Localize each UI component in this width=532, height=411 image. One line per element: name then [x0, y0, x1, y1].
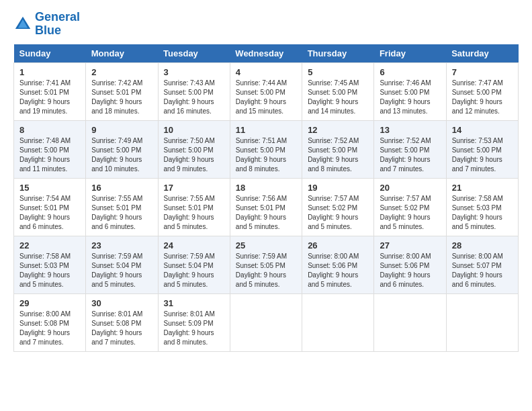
day-number: 12: [308, 125, 368, 135]
calendar-cell: 28Sunrise: 8:00 AMSunset: 5:07 PMDayligh…: [446, 236, 518, 293]
calendar-cell: 6Sunrise: 7:46 AMSunset: 5:00 PMDaylight…: [374, 62, 446, 120]
calendar-cell: [302, 293, 374, 351]
cell-info: Sunrise: 7:53 AMSunset: 5:00 PMDaylight:…: [452, 136, 513, 174]
calendar-cell: 18Sunrise: 7:56 AMSunset: 5:01 PMDayligh…: [230, 178, 302, 236]
calendar-cell: 15Sunrise: 7:54 AMSunset: 5:01 PMDayligh…: [14, 178, 86, 236]
day-number: 5: [308, 67, 368, 77]
logo-text: General Blue: [35, 11, 80, 38]
cell-info: Sunrise: 7:50 AMSunset: 5:00 PMDaylight:…: [164, 136, 224, 174]
day-number: 29: [19, 298, 80, 308]
day-number: 8: [19, 125, 80, 135]
calendar-week-row: 8Sunrise: 7:48 AMSunset: 5:00 PMDaylight…: [14, 120, 519, 178]
calendar-cell: [374, 293, 446, 351]
day-number: 14: [452, 125, 513, 135]
cell-info: Sunrise: 7:54 AMSunset: 5:01 PMDaylight:…: [19, 194, 80, 232]
calendar-cell: 5Sunrise: 7:45 AMSunset: 5:00 PMDaylight…: [302, 62, 374, 120]
calendar-cell: 23Sunrise: 7:59 AMSunset: 5:04 PMDayligh…: [86, 236, 158, 293]
calendar-week-row: 22Sunrise: 7:58 AMSunset: 5:03 PMDayligh…: [14, 236, 519, 293]
cell-info: Sunrise: 7:55 AMSunset: 5:01 PMDaylight:…: [164, 194, 224, 232]
cell-info: Sunrise: 8:00 AMSunset: 5:06 PMDaylight:…: [308, 252, 368, 289]
calendar-cell: 21Sunrise: 7:58 AMSunset: 5:03 PMDayligh…: [446, 178, 518, 236]
cell-info: Sunrise: 8:00 AMSunset: 5:07 PMDaylight:…: [452, 252, 513, 289]
calendar-cell: 24Sunrise: 7:59 AMSunset: 5:04 PMDayligh…: [158, 236, 230, 293]
cell-info: Sunrise: 7:45 AMSunset: 5:00 PMDaylight:…: [308, 79, 368, 116]
calendar-cell: 20Sunrise: 7:57 AMSunset: 5:02 PMDayligh…: [374, 178, 446, 236]
calendar-cell: [230, 293, 302, 351]
day-number: 2: [91, 67, 152, 77]
day-number: 1: [19, 67, 80, 77]
cell-info: Sunrise: 8:01 AMSunset: 5:08 PMDaylight:…: [91, 310, 152, 347]
day-of-week-header: Sunday: [14, 44, 86, 63]
calendar-cell: 9Sunrise: 7:49 AMSunset: 5:00 PMDaylight…: [86, 120, 158, 178]
cell-info: Sunrise: 8:00 AMSunset: 5:08 PMDaylight:…: [19, 310, 80, 347]
cell-info: Sunrise: 7:58 AMSunset: 5:03 PMDaylight:…: [452, 194, 513, 232]
cell-info: Sunrise: 7:57 AMSunset: 5:02 PMDaylight:…: [308, 194, 368, 232]
calendar-cell: 26Sunrise: 8:00 AMSunset: 5:06 PMDayligh…: [302, 236, 374, 293]
cell-info: Sunrise: 7:56 AMSunset: 5:01 PMDaylight:…: [236, 194, 296, 232]
day-number: 30: [91, 298, 152, 308]
calendar-cell: 19Sunrise: 7:57 AMSunset: 5:02 PMDayligh…: [302, 178, 374, 236]
day-number: 20: [380, 183, 440, 193]
day-number: 21: [452, 183, 513, 193]
day-number: 9: [91, 125, 152, 135]
page-header: General Blue: [13, 11, 519, 38]
calendar-week-row: 15Sunrise: 7:54 AMSunset: 5:01 PMDayligh…: [14, 178, 519, 236]
logo: General Blue: [13, 11, 80, 38]
cell-info: Sunrise: 8:01 AMSunset: 5:09 PMDaylight:…: [164, 310, 224, 347]
day-of-week-header: Friday: [374, 44, 446, 63]
calendar-week-row: 29Sunrise: 8:00 AMSunset: 5:08 PMDayligh…: [14, 293, 519, 351]
cell-info: Sunrise: 7:44 AMSunset: 5:00 PMDaylight:…: [236, 79, 296, 116]
day-number: 15: [19, 183, 80, 193]
cell-info: Sunrise: 7:42 AMSunset: 5:01 PMDaylight:…: [91, 79, 152, 116]
calendar-cell: 16Sunrise: 7:55 AMSunset: 5:01 PMDayligh…: [86, 178, 158, 236]
cell-info: Sunrise: 7:55 AMSunset: 5:01 PMDaylight:…: [91, 194, 152, 232]
calendar-cell: 29Sunrise: 8:00 AMSunset: 5:08 PMDayligh…: [14, 293, 86, 351]
day-number: 7: [452, 67, 513, 77]
day-of-week-header: Tuesday: [158, 44, 230, 63]
day-number: 26: [308, 240, 368, 250]
calendar-cell: 11Sunrise: 7:51 AMSunset: 5:00 PMDayligh…: [230, 120, 302, 178]
day-of-week-header: Monday: [86, 44, 158, 63]
cell-info: Sunrise: 7:41 AMSunset: 5:01 PMDaylight:…: [19, 79, 80, 116]
calendar-cell: 10Sunrise: 7:50 AMSunset: 5:00 PMDayligh…: [158, 120, 230, 178]
day-of-week-header: Thursday: [302, 44, 374, 63]
day-number: 22: [19, 240, 80, 250]
day-number: 17: [164, 183, 224, 193]
calendar-cell: 8Sunrise: 7:48 AMSunset: 5:00 PMDaylight…: [14, 120, 86, 178]
day-number: 11: [236, 125, 296, 135]
cell-info: Sunrise: 7:48 AMSunset: 5:00 PMDaylight:…: [19, 136, 80, 174]
day-number: 6: [380, 67, 440, 77]
calendar-cell: 13Sunrise: 7:52 AMSunset: 5:00 PMDayligh…: [374, 120, 446, 178]
day-number: 19: [308, 183, 368, 193]
day-number: 31: [164, 298, 224, 308]
cell-info: Sunrise: 7:47 AMSunset: 5:00 PMDaylight:…: [452, 79, 513, 116]
calendar-cell: 7Sunrise: 7:47 AMSunset: 5:00 PMDaylight…: [446, 62, 518, 120]
cell-info: Sunrise: 7:43 AMSunset: 5:00 PMDaylight:…: [164, 79, 224, 116]
cell-info: Sunrise: 7:52 AMSunset: 5:00 PMDaylight:…: [308, 136, 368, 174]
calendar-cell: 1Sunrise: 7:41 AMSunset: 5:01 PMDaylight…: [14, 62, 86, 120]
cell-info: Sunrise: 7:57 AMSunset: 5:02 PMDaylight:…: [380, 194, 440, 232]
calendar-body: 1Sunrise: 7:41 AMSunset: 5:01 PMDaylight…: [14, 62, 519, 351]
day-number: 28: [452, 240, 513, 250]
cell-info: Sunrise: 7:51 AMSunset: 5:00 PMDaylight:…: [236, 136, 296, 174]
day-number: 27: [380, 240, 440, 250]
day-number: 18: [236, 183, 296, 193]
calendar-cell: 17Sunrise: 7:55 AMSunset: 5:01 PMDayligh…: [158, 178, 230, 236]
cell-info: Sunrise: 7:59 AMSunset: 5:04 PMDaylight:…: [91, 252, 152, 289]
calendar-cell: 3Sunrise: 7:43 AMSunset: 5:00 PMDaylight…: [158, 62, 230, 120]
cell-info: Sunrise: 7:59 AMSunset: 5:05 PMDaylight:…: [236, 252, 296, 289]
calendar-cell: 2Sunrise: 7:42 AMSunset: 5:01 PMDaylight…: [86, 62, 158, 120]
calendar-table: SundayMondayTuesdayWednesdayThursdayFrid…: [13, 44, 519, 352]
calendar-cell: [446, 293, 518, 351]
logo-icon: [13, 15, 32, 34]
day-number: 23: [91, 240, 152, 250]
cell-info: Sunrise: 7:58 AMSunset: 5:03 PMDaylight:…: [19, 252, 80, 289]
day-number: 25: [236, 240, 296, 250]
header-row: SundayMondayTuesdayWednesdayThursdayFrid…: [14, 44, 519, 63]
day-number: 3: [164, 67, 224, 77]
day-number: 4: [236, 67, 296, 77]
cell-info: Sunrise: 7:46 AMSunset: 5:00 PMDaylight:…: [380, 79, 440, 116]
day-number: 10: [164, 125, 224, 135]
calendar-cell: 31Sunrise: 8:01 AMSunset: 5:09 PMDayligh…: [158, 293, 230, 351]
day-of-week-header: Wednesday: [230, 44, 302, 63]
